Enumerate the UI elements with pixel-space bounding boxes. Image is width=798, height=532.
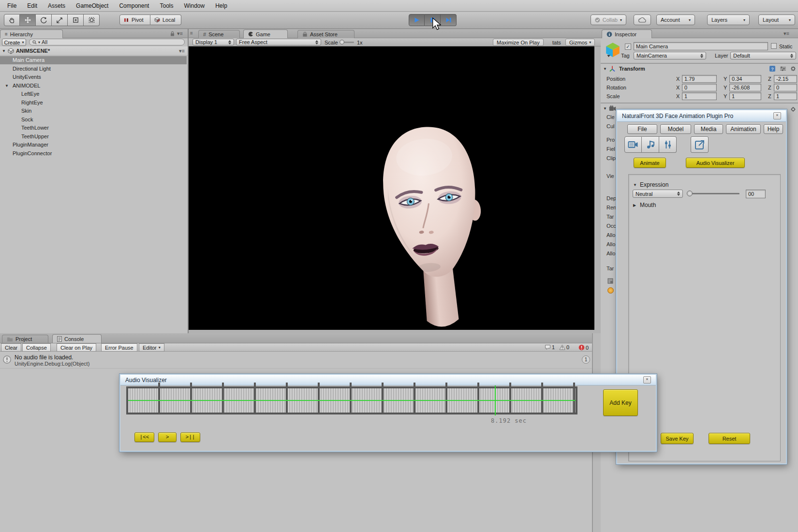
- audio-timeline[interactable]: [126, 386, 577, 414]
- tag-dropdown[interactable]: MainCamera: [634, 52, 706, 59]
- hierarchy-item-sock[interactable]: Sock: [0, 116, 187, 124]
- stats-toggle[interactable]: tats: [552, 40, 561, 45]
- scale-slider-handle[interactable]: [340, 40, 344, 44]
- expression-slider-handle[interactable]: [687, 191, 693, 196]
- hierarchy-item-main-camera[interactable]: Main Camera: [0, 56, 187, 64]
- plugin-window-titlebar[interactable]: NaturalFront 3D Face Animation Plugin Pr…: [617, 110, 786, 122]
- game-viewport[interactable]: [189, 46, 594, 330]
- scale-y-field[interactable]: 1: [729, 92, 761, 100]
- local-toggle-button[interactable]: Local: [150, 15, 181, 25]
- account-dropdown[interactable]: Account▾: [656, 15, 695, 25]
- hierarchy-item-lefteye[interactable]: LeftEye: [0, 90, 187, 98]
- scene-options-icon[interactable]: ▾≡: [179, 48, 185, 54]
- error-pause-toggle[interactable]: Error Pause: [101, 343, 137, 352]
- hierarchy-panel-menu-icon[interactable]: ▾≡: [177, 30, 183, 37]
- plugin-menu-media[interactable]: Media: [694, 124, 723, 134]
- help-book-icon[interactable]: ?: [769, 65, 776, 72]
- layers-dropdown[interactable]: Layers▾: [707, 15, 750, 25]
- hierarchy-item-animodel[interactable]: ▼ ANIMODEL: [0, 82, 187, 90]
- export-tool-button[interactable]: [691, 136, 709, 153]
- asset-store-tab[interactable]: Asset Store: [297, 30, 355, 38]
- mouth-foldout[interactable]: ▶: [633, 203, 636, 207]
- menu-assets[interactable]: Assets: [43, 2, 71, 9]
- rotation-y-field[interactable]: -26.608: [729, 84, 761, 91]
- scale-tool-button[interactable]: [52, 14, 68, 26]
- collapse-toggle[interactable]: Collapse: [22, 343, 51, 352]
- hierarchy-item-pluginmanager[interactable]: PluginManager: [0, 141, 187, 149]
- menu-tools[interactable]: Tools: [154, 2, 178, 9]
- editor-dropdown[interactable]: Editor▾: [139, 343, 164, 352]
- object-name-field[interactable]: Main Camera: [634, 42, 768, 50]
- gameobject-cube-icon[interactable]: [605, 41, 621, 58]
- play-audio-button[interactable]: >: [158, 432, 177, 442]
- expression-dropdown[interactable]: Neutral: [633, 190, 683, 198]
- hierarchy-item-pluginconnector[interactable]: PluginConnector: [0, 149, 187, 158]
- expression-amount-field[interactable]: 00: [746, 190, 766, 198]
- static-checkbox[interactable]: [771, 43, 777, 49]
- hierarchy-tab[interactable]: ≡ Hierarchy: [0, 30, 63, 38]
- expression-foldout[interactable]: ▼: [633, 183, 637, 187]
- plugin-window-close-button[interactable]: ×: [773, 112, 781, 119]
- menu-window[interactable]: Window: [178, 2, 210, 9]
- game-tab[interactable]: Game: [243, 30, 288, 38]
- audio-visualizer-button[interactable]: Audio Visualizer: [686, 158, 745, 168]
- cloud-button[interactable]: [634, 15, 651, 25]
- warning-count-toggle[interactable]: 0: [559, 344, 569, 350]
- scale-x-field[interactable]: 1: [682, 92, 717, 100]
- console-log-row[interactable]: No audio file is loaded. UnityEngine.Deb…: [0, 352, 592, 369]
- lock-icon[interactable]: [170, 31, 175, 36]
- mixer-tool-button[interactable]: [659, 136, 677, 153]
- rotate-tool-button[interactable]: [36, 14, 52, 26]
- collab-dropdown[interactable]: Collab▾: [591, 15, 626, 25]
- rect-tool-button[interactable]: [68, 14, 84, 26]
- camera-gear-icon[interactable]: [790, 106, 796, 112]
- rewind-button[interactable]: |<<: [134, 432, 154, 442]
- layout-dropdown[interactable]: Layout▾: [758, 15, 795, 25]
- hierarchy-item-teethupper[interactable]: TeethUpper: [0, 133, 187, 141]
- create-button[interactable]: Create▾: [2, 39, 26, 46]
- transform-tool-button[interactable]: [84, 14, 100, 26]
- hierarchy-item-unityevents[interactable]: UnityEvents: [0, 73, 187, 81]
- scene-tab[interactable]: # Scene: [198, 30, 240, 38]
- pivot-toggle-button[interactable]: Pivot: [119, 15, 150, 25]
- maximize-on-play-toggle[interactable]: Maximize On Play: [493, 39, 544, 46]
- step-button[interactable]: [441, 14, 457, 26]
- play-button[interactable]: [409, 14, 425, 26]
- animodel-foldout[interactable]: ▼: [5, 82, 9, 90]
- hierarchy-item-skin[interactable]: Skin: [0, 107, 187, 115]
- inspector-tab[interactable]: Inspector: [602, 30, 652, 38]
- save-key-button[interactable]: Save Key: [661, 433, 694, 444]
- display-dropdown[interactable]: Display 1: [192, 39, 234, 45]
- hierarchy-item-righteye[interactable]: RightEye: [0, 99, 187, 107]
- hand-tool-button[interactable]: [4, 14, 20, 26]
- gear-icon[interactable]: [790, 66, 796, 72]
- animate-button[interactable]: Animate: [634, 158, 666, 168]
- clear-on-play-toggle[interactable]: Clear on Play: [57, 343, 96, 352]
- hierarchy-item-teethlower[interactable]: TeethLower: [0, 124, 187, 132]
- aspect-dropdown[interactable]: Free Aspect: [236, 39, 321, 45]
- expression-slider[interactable]: [689, 193, 739, 194]
- error-count-toggle[interactable]: 0: [578, 344, 589, 351]
- transform-header[interactable]: ▼ Transform ?: [601, 64, 798, 74]
- menu-component[interactable]: Component: [114, 2, 154, 9]
- project-tab[interactable]: Project: [2, 335, 48, 343]
- scene-header-row[interactable]: ▼ ANIMSCENE* ▾≡: [0, 46, 188, 56]
- log-count-toggle[interactable]: 1: [545, 344, 555, 350]
- layer-dropdown[interactable]: Default: [730, 52, 796, 59]
- move-tool-button[interactable]: [20, 14, 36, 26]
- hierarchy-search-input[interactable]: ▾ All: [29, 39, 185, 45]
- plugin-menu-animation[interactable]: Animation: [726, 124, 761, 134]
- menu-file[interactable]: File: [2, 2, 22, 9]
- active-checkbox[interactable]: ✓: [625, 44, 631, 50]
- add-key-button[interactable]: Add Key: [603, 389, 638, 416]
- presets-icon[interactable]: [780, 66, 786, 72]
- inspector-panel-menu-icon[interactable]: ▾≡: [783, 30, 789, 37]
- audio-tool-button[interactable]: [642, 136, 659, 153]
- game-panel-menu-icon[interactable]: ≡: [190, 30, 193, 36]
- menu-edit[interactable]: Edit: [22, 2, 43, 9]
- scale-z-field[interactable]: 1: [774, 92, 797, 100]
- rotation-z-field[interactable]: 0: [774, 84, 797, 91]
- menu-gameobject[interactable]: GameObject: [71, 2, 114, 9]
- audio-window-close-button[interactable]: ×: [643, 376, 651, 384]
- position-y-field[interactable]: 0.34: [729, 75, 761, 83]
